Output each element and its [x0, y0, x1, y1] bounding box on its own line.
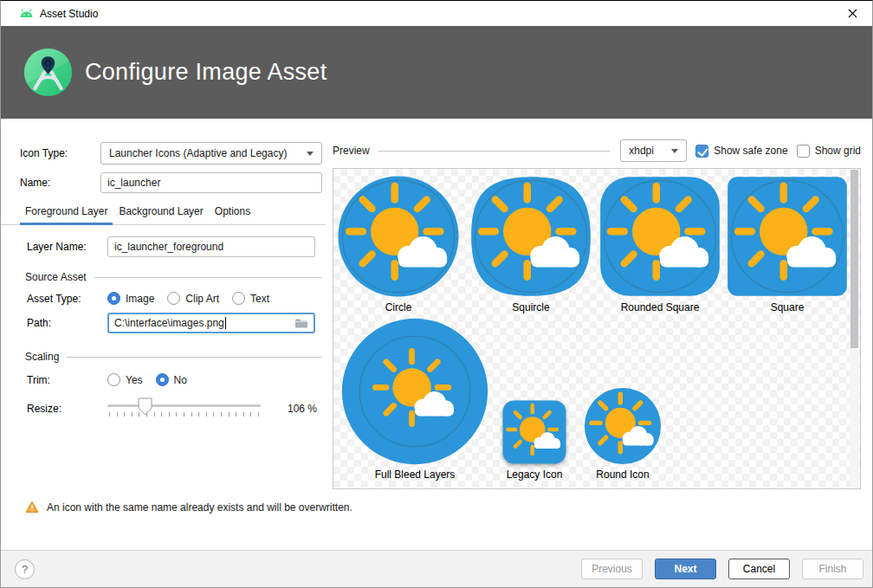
previous-button[interactable]: Previous [581, 559, 643, 579]
icon-type-value: Launcher Icons (Adaptive and Legacy) [109, 147, 287, 159]
show-safe-zone-checkbox[interactable]: Show safe zone [695, 145, 787, 158]
preview-panel: Preview xhdpi Show safe zone Show grid [333, 119, 861, 489]
preview-label: Rounded Square [598, 301, 721, 313]
warning-text: An icon with the same name already exist… [47, 501, 352, 514]
scrollbar-thumb[interactable] [850, 170, 858, 348]
preview-legacy: Legacy Icon [501, 399, 567, 481]
density-value: xhdpi [629, 145, 654, 157]
close-button[interactable] [832, 1, 872, 26]
next-button[interactable]: Next [655, 559, 716, 579]
source-asset-section-label: Source Asset [25, 271, 87, 283]
footer-bar: ? Previous Next Cancel Finish [1, 550, 872, 587]
options-panel: Icon Type: Launcher Icons (Adaptive and … [1, 119, 330, 420]
layer-name-input[interactable]: ic_launcher_foreground [107, 236, 315, 257]
preview-circle: Circle [337, 175, 460, 313]
checkbox-checked-icon [695, 145, 708, 158]
asset-type-image-radio[interactable]: Image [107, 292, 154, 305]
name-value: ic_launcher [107, 177, 160, 189]
show-grid-checkbox[interactable]: Show grid [797, 145, 861, 158]
preview-label: Circle [337, 301, 460, 313]
trim-label: Trim: [27, 374, 107, 386]
slider-thumb[interactable] [138, 397, 152, 418]
window-title: Asset Studio [40, 8, 98, 20]
resize-slider[interactable] [107, 397, 261, 420]
preview-section-label: Preview [333, 145, 370, 157]
tab-foreground-layer[interactable]: Foreground Layer [25, 205, 107, 217]
path-value: C:\interface\images.png [114, 317, 224, 329]
asset-studio-dialog: Asset Studio [0, 0, 873, 588]
asset-type-text-radio[interactable]: Text [232, 292, 269, 305]
preview-label: Square [726, 301, 849, 313]
title-bar: Asset Studio [1, 1, 872, 26]
help-icon: ? [22, 563, 28, 576]
preview-label: Round Icon [584, 468, 662, 481]
slider-ticks [109, 412, 261, 417]
preview-label: Squircle [469, 301, 592, 313]
text-caret [225, 317, 226, 329]
section-divider [378, 151, 611, 152]
chevron-down-icon [671, 149, 678, 153]
preview-squircle: Squircle [469, 175, 592, 313]
preview-square: Square [726, 175, 849, 313]
layer-name-label: Layer Name: [27, 241, 107, 253]
checkbox-icon [797, 145, 810, 158]
preview-scrollbar[interactable] [850, 170, 859, 488]
layer-tabs: Foreground Layer Background Layer Option… [1, 205, 326, 225]
section-divider [94, 277, 321, 278]
asset-type-label: Asset Type: [27, 293, 107, 305]
layer-name-value: ic_launcher_foreground [114, 241, 223, 253]
radio-icon [107, 373, 120, 386]
page-title: Configure Image Asset [85, 59, 327, 86]
main-content: Icon Type: Launcher Icons (Adaptive and … [1, 119, 872, 550]
tab-background-layer[interactable]: Background Layer [119, 205, 203, 217]
preview-round: Round Icon [584, 387, 662, 481]
dialog-header: Configure Image Asset [1, 26, 872, 119]
resize-label: Resize: [27, 403, 107, 415]
warning-message: An icon with the same name already exist… [25, 501, 352, 514]
slider-track [107, 404, 261, 407]
trim-no-radio[interactable]: No [156, 373, 187, 386]
scaling-section-label: Scaling [25, 351, 59, 363]
close-icon [848, 9, 857, 18]
preview-rounded-square: Rounded Square [598, 175, 721, 313]
radio-icon [232, 292, 245, 305]
preview-label: Full Bleed Layers [341, 468, 488, 481]
resize-value: 106 % [288, 403, 317, 415]
name-input[interactable]: ic_launcher [100, 172, 322, 193]
name-label: Name: [20, 177, 100, 189]
warning-icon [25, 501, 39, 514]
preview-full-bleed: Full Bleed Layers [341, 318, 488, 481]
finish-button[interactable]: Finish [802, 559, 863, 579]
folder-icon[interactable] [294, 317, 308, 329]
tab-options[interactable]: Options [215, 205, 250, 217]
help-button[interactable]: ? [15, 559, 35, 579]
android-studio-logo-icon [23, 48, 73, 97]
preview-label: Legacy Icon [501, 468, 567, 481]
preview-canvas: Circle Squircle Roun [333, 168, 861, 489]
path-label: Path: [27, 317, 107, 329]
asset-type-clipart-radio[interactable]: Clip Art [167, 292, 219, 305]
trim-yes-radio[interactable]: Yes [107, 373, 143, 386]
android-head-icon [19, 9, 34, 18]
chevron-down-icon [307, 152, 314, 156]
icon-type-select[interactable]: Launcher Icons (Adaptive and Legacy) [100, 142, 322, 165]
radio-icon [167, 292, 180, 305]
icon-type-label: Icon Type: [20, 147, 100, 159]
cancel-button[interactable]: Cancel [728, 559, 790, 579]
radio-selected-icon [107, 292, 120, 305]
radio-selected-icon [156, 373, 169, 386]
density-select[interactable]: xhdpi [620, 139, 687, 162]
path-input[interactable]: C:\interface\images.png [107, 313, 315, 333]
section-divider [67, 357, 321, 358]
